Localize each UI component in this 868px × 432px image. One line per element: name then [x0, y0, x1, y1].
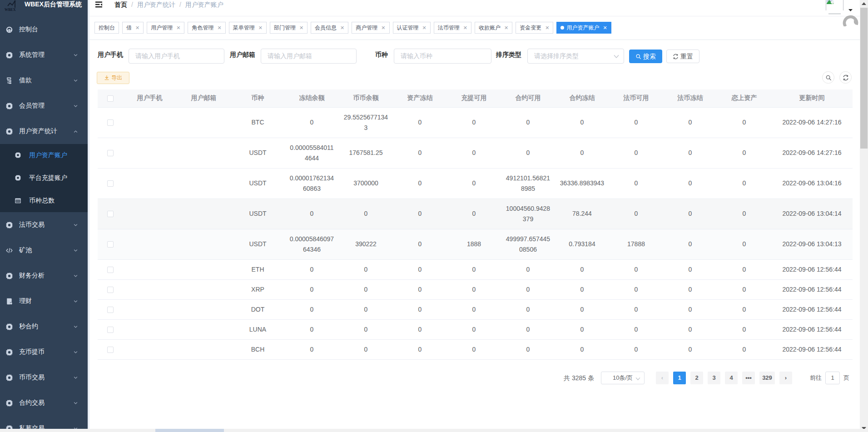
svg-text:WBEX: WBEX: [5, 8, 16, 12]
